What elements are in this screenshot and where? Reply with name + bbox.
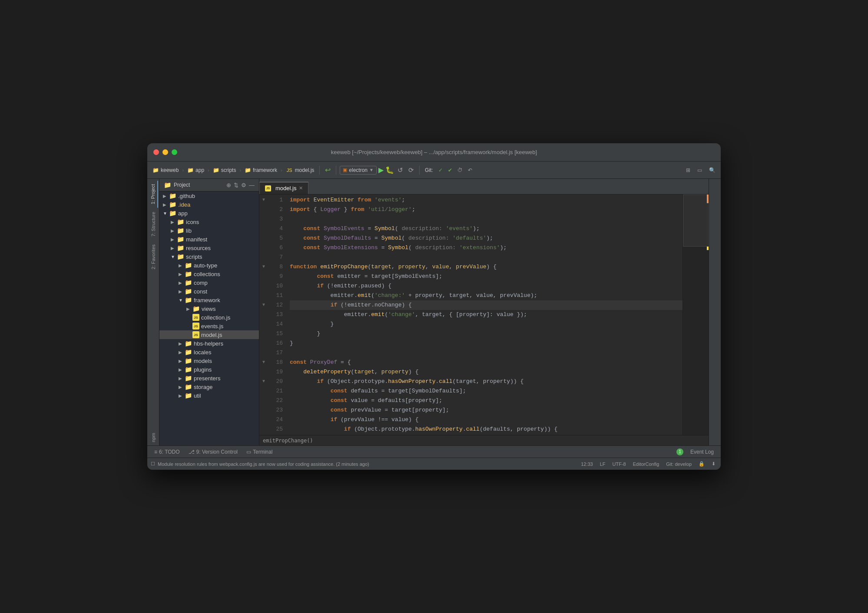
tree-item-manifest[interactable]: ▶ 📁 manifest	[159, 235, 259, 244]
folder-lib: 📁	[177, 227, 184, 234]
gutter-2	[259, 204, 268, 214]
arrow-util: ▶	[179, 393, 185, 398]
folder-plugins: 📁	[185, 366, 192, 373]
tree-item-icons[interactable]: ▶ 📁 icons	[159, 218, 259, 226]
tree-filter-icon[interactable]: ⇅	[234, 182, 239, 188]
bottom-right: 1 Event Log	[676, 447, 717, 457]
gutter-18: ▼	[259, 357, 268, 366]
code-line-23: const prevValue = target[property];	[290, 405, 682, 415]
run-config-dropdown[interactable]: ▣ electron ▼	[340, 166, 377, 175]
arrow-icons: ▶	[171, 220, 177, 224]
tree-item-auto-type[interactable]: ▶ 📁 auto-type	[159, 261, 259, 270]
status-right: 12:33 LF UTF-8 EditorConfig Git: develop…	[579, 460, 717, 468]
tree-collapse-icon[interactable]: —	[249, 182, 255, 188]
dropdown-arrow-icon: ▼	[369, 168, 374, 172]
divider-3	[419, 166, 420, 175]
editor-area: JS model.js ✕ ▼ ▼	[259, 179, 709, 445]
tree-item-events-js[interactable]: ▶ JS events.js	[159, 322, 259, 330]
editor-breadcrumb-text: emitPropChange()	[263, 438, 313, 444]
breadcrumb-scripts[interactable]: 📁 scripts	[211, 166, 238, 174]
toolbar-right: ⊞ ▭ 🔍	[684, 166, 717, 174]
folder-collections: 📁	[185, 270, 192, 277]
sidebar-tab-structure[interactable]: 7: Structure	[149, 208, 158, 240]
tree-item-framework[interactable]: ▼ 📁 framework	[159, 296, 259, 304]
git-check-button[interactable]: ✔	[446, 166, 454, 174]
folder-auto-type: 📁	[185, 262, 192, 269]
folder-presenters: 📁	[185, 375, 192, 382]
tree-item-scripts[interactable]: ▼ 📁 scripts	[159, 252, 259, 261]
tree-item-presenters[interactable]: ▶ 📁 presenters	[159, 374, 259, 382]
gutter-14	[259, 319, 268, 328]
tree-item-collection-js[interactable]: ▶ JS collection.js	[159, 313, 259, 322]
split-button[interactable]: ▭	[696, 166, 704, 174]
code-editor[interactable]: ▼ ▼ ▼ ▼	[259, 194, 709, 435]
folder-icon-scripts: 📁	[213, 167, 219, 173]
back-button[interactable]: ↩	[323, 165, 332, 175]
tab-close-button[interactable]: ✕	[299, 185, 303, 191]
code-line-17	[290, 348, 682, 358]
git-ok-button[interactable]: ✓	[437, 166, 444, 174]
breadcrumb-keeweb[interactable]: 📁 keeweb	[151, 166, 180, 174]
tree-item-views[interactable]: ▶ 📁 views	[159, 304, 259, 313]
status-line-ending[interactable]: LF	[598, 461, 607, 468]
code-line-15: }	[290, 329, 682, 339]
tree-item-resources[interactable]: ▶ 📁 resources	[159, 244, 259, 252]
sidebar-tab-npm[interactable]: npm	[149, 429, 158, 445]
layout-button[interactable]: ⊞	[684, 166, 692, 174]
code-line-8: function emitPropChange(target, property…	[290, 262, 682, 272]
status-encoding[interactable]: UTF-8	[611, 461, 628, 468]
tree-item-comp[interactable]: ▶ 📁 comp	[159, 278, 259, 287]
gutter-11	[259, 290, 268, 300]
bottom-tab-event-log[interactable]: Event Log	[687, 447, 717, 457]
breadcrumb-modeljs[interactable]: JS model.js	[284, 166, 316, 174]
tree-item-github[interactable]: ▶ 📁 .github	[159, 191, 259, 200]
tree-item-hbs-helpers[interactable]: ▶ 📁 hbs-helpers	[159, 339, 259, 348]
tree-item-plugins[interactable]: ▶ 📁 plugins	[159, 365, 259, 374]
status-git-branch[interactable]: Git: develop	[664, 461, 693, 468]
tree-header: 📁 Project ⊕ ⇅ ⚙ —	[159, 179, 259, 191]
debug-button[interactable]: 🐛	[385, 166, 394, 174]
tree-item-app[interactable]: ▼ 📁 app	[159, 209, 259, 218]
arrow-locales: ▶	[179, 350, 185, 355]
folder-storage: 📁	[185, 383, 192, 390]
arrow-lib: ▶	[171, 228, 177, 233]
minimize-button[interactable]	[162, 149, 168, 155]
status-indent[interactable]: EditorConfig	[631, 461, 661, 468]
editor-tab-modeljs[interactable]: JS model.js ✕	[259, 182, 308, 194]
bottom-tab-todo[interactable]: ≡ 6: TODO	[151, 447, 183, 457]
gutter-17	[259, 347, 268, 357]
code-content[interactable]: import EventEmitter from 'events'; impor…	[286, 194, 682, 435]
arrow-presenters: ▶	[179, 376, 185, 381]
bottom-tab-version-control[interactable]: ⎇ 9: Version Control	[185, 447, 241, 457]
folder-locales: 📁	[185, 349, 192, 356]
search-button[interactable]: 🔍	[707, 166, 717, 174]
tree-item-collections[interactable]: ▶ 📁 collections	[159, 270, 259, 278]
tree-item-models[interactable]: ▶ 📁 models	[159, 356, 259, 365]
sidebar-tab-project[interactable]: 1: Project	[149, 181, 158, 208]
bottom-tab-terminal[interactable]: ▭ Terminal	[243, 447, 276, 457]
tree-item-util[interactable]: ▶ 📁 util	[159, 391, 259, 400]
folder-icon: 📁	[152, 167, 159, 173]
code-line-7	[290, 253, 682, 262]
tree-item-const[interactable]: ▶ 📁 const	[159, 287, 259, 296]
tree-item-model-js[interactable]: ▶ JS model.js	[159, 330, 259, 339]
sidebar-tab-favorites[interactable]: 2: Favorites	[149, 241, 158, 273]
breadcrumb-sep-4: ›	[281, 168, 282, 173]
tree-add-icon[interactable]: ⊕	[226, 182, 231, 188]
reload-button[interactable]: ↺	[396, 165, 405, 175]
tree-settings-icon[interactable]: ⚙	[241, 182, 246, 188]
arrow-comp: ▶	[179, 280, 185, 285]
breadcrumb-framework[interactable]: 📁 framework	[243, 166, 279, 174]
tree-item-locales[interactable]: ▶ 📁 locales	[159, 348, 259, 356]
tree-item-lib[interactable]: ▶ 📁 lib	[159, 226, 259, 235]
run-button[interactable]: ▶	[378, 166, 384, 174]
tree-item-idea[interactable]: ▶ 📁 .idea	[159, 200, 259, 209]
breadcrumb-app[interactable]: 📁 app	[186, 166, 206, 174]
close-button[interactable]	[153, 149, 159, 155]
code-line-19: deleteProperty(target, property) {	[290, 367, 682, 377]
git-history-button[interactable]: ⏱	[456, 166, 464, 174]
git-revert-button[interactable]: ↶	[466, 166, 474, 174]
reload-alt-button[interactable]: ⟳	[407, 165, 416, 175]
tree-item-storage[interactable]: ▶ 📁 storage	[159, 382, 259, 391]
maximize-button[interactable]	[172, 149, 177, 155]
